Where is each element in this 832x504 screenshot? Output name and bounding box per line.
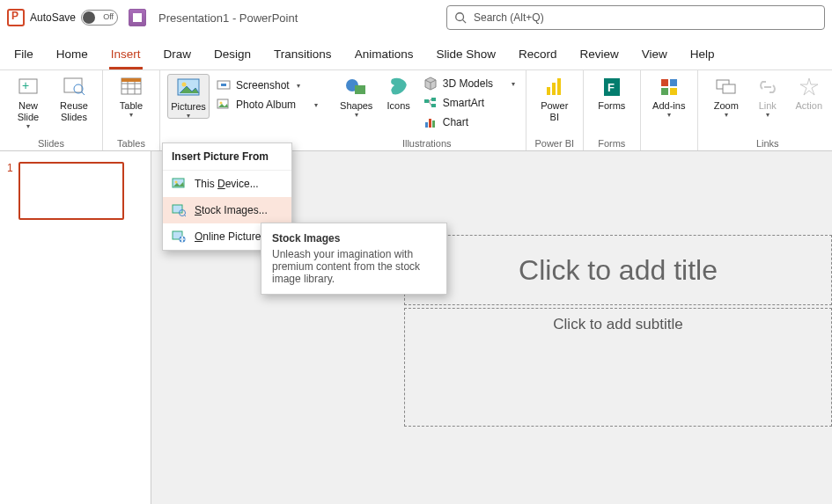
ribbon: + New Slide ▾ Reuse Slides Slides Table …	[0, 70, 832, 151]
search-placeholder: Search (Alt+Q)	[474, 11, 544, 24]
3d-models-button[interactable]: 3D Models ▾	[420, 74, 519, 93]
tab-design[interactable]: Design	[212, 40, 253, 69]
cube-icon	[423, 77, 438, 91]
tab-insert[interactable]: Insert	[109, 40, 143, 69]
svg-line-26	[429, 99, 431, 101]
ribbon-group-tables: Table ▾ Tables	[103, 70, 160, 150]
stock-images-icon	[172, 203, 186, 217]
tooltip-body: Unleash your imagination with premium co…	[272, 248, 436, 285]
ribbon-group-slides: + New Slide ▾ Reuse Slides Slides	[0, 70, 103, 150]
chart-icon	[423, 115, 438, 129]
title-placeholder[interactable]: Click to add title	[404, 235, 832, 305]
shapes-button[interactable]: Shapes▾	[335, 74, 378, 117]
svg-rect-33	[557, 78, 561, 95]
svg-rect-28	[425, 122, 428, 128]
search-input[interactable]: Search (Alt+Q)	[446, 5, 825, 30]
svg-rect-20	[355, 85, 365, 94]
svg-line-1	[463, 20, 467, 24]
svg-rect-32	[552, 83, 556, 95]
svg-marker-42	[800, 78, 818, 95]
menu-tabs: File Home Insert Draw Design Transitions…	[0, 35, 832, 70]
svg-rect-39	[670, 88, 677, 95]
autosave-label: AutoSave	[30, 11, 76, 24]
group-label-forms: Forms	[591, 136, 633, 149]
main-area: 1 Click to add title Click to add subtit…	[0, 151, 832, 504]
svg-point-0	[456, 13, 464, 21]
photo-album-icon	[217, 98, 231, 112]
tab-record[interactable]: Record	[517, 40, 559, 69]
slide-number: 1	[7, 162, 13, 220]
svg-line-27	[429, 101, 431, 106]
tab-draw[interactable]: Draw	[162, 40, 194, 69]
tab-review[interactable]: Review	[578, 40, 621, 69]
group-label-illustrations: Illustrations	[335, 136, 519, 149]
powerpoint-app-icon	[7, 9, 25, 26]
ribbon-group-images: Pictures ▾ Screenshot▾ Photo Album ▾	[160, 70, 328, 150]
tab-file[interactable]: File	[12, 40, 35, 69]
search-icon	[454, 11, 467, 24]
svg-rect-30	[432, 121, 435, 128]
autosave-toggle[interactable]: Off	[81, 10, 118, 26]
svg-line-6	[81, 91, 85, 95]
chart-button[interactable]: Chart	[420, 113, 519, 132]
ribbon-group-powerbi: Power BI Power BI	[526, 70, 584, 150]
ribbon-group-forms: F Forms Forms	[584, 70, 641, 150]
forms-button[interactable]: F Forms	[591, 74, 633, 112]
subtitle-placeholder[interactable]: Click to add subtitle	[404, 308, 832, 427]
ribbon-group-links: Zoom▾ Link▾ Action Links	[698, 70, 832, 150]
svg-point-14	[182, 83, 187, 87]
action-button: Action	[788, 74, 830, 112]
icons-button[interactable]: Icons	[381, 74, 416, 112]
svg-rect-38	[661, 88, 668, 95]
ribbon-group-illustrations: Shapes▾ Icons 3D Models ▾ SmartArt Chart	[328, 70, 526, 150]
svg-rect-23	[424, 99, 429, 103]
svg-rect-31	[547, 87, 550, 95]
tab-help[interactable]: Help	[688, 40, 717, 69]
title-bar: AutoSave Off Presentation1 - PowerPoint …	[0, 0, 832, 35]
device-picture-icon	[172, 177, 186, 191]
slide-thumbnail-1[interactable]	[18, 162, 124, 220]
tab-transitions[interactable]: Transitions	[272, 40, 334, 69]
svg-rect-4	[64, 78, 82, 92]
power-bi-button[interactable]: Power BI	[534, 74, 576, 123]
save-icon[interactable]	[129, 9, 146, 26]
tab-home[interactable]: Home	[55, 40, 90, 69]
svg-text:F: F	[607, 81, 615, 94]
group-label-links: Links	[705, 136, 830, 149]
svg-rect-48	[173, 205, 182, 213]
link-button: Link▾	[751, 74, 784, 117]
svg-rect-37	[670, 79, 677, 86]
menu-item-stock-images[interactable]: Stock Images...	[163, 197, 291, 223]
svg-rect-25	[431, 104, 436, 107]
table-button[interactable]: Table ▾	[110, 74, 152, 117]
tooltip-title: Stock Images	[272, 232, 436, 245]
screenshot-button[interactable]: Screenshot▾	[213, 76, 321, 95]
screenshot-icon	[217, 78, 231, 92]
svg-rect-36	[661, 79, 668, 86]
smartart-button[interactable]: SmartArt	[420, 93, 519, 113]
zoom-button[interactable]: Zoom▾	[705, 74, 747, 117]
svg-rect-24	[431, 98, 436, 101]
add-ins-button[interactable]: Add-ins▾	[648, 74, 690, 117]
svg-line-50	[184, 215, 186, 216]
smartart-icon	[423, 96, 438, 110]
svg-rect-12	[121, 78, 141, 82]
new-slide-button[interactable]: + New Slide ▾	[7, 74, 49, 128]
pictures-button[interactable]: Pictures ▾	[167, 74, 210, 119]
photo-album-button[interactable]: Photo Album ▾	[213, 95, 321, 114]
online-pictures-icon	[172, 230, 186, 244]
slide-thumbnail-pane[interactable]: 1	[0, 151, 151, 504]
autosave-state: Off	[103, 12, 114, 21]
reuse-slides-button[interactable]: Reuse Slides	[53, 74, 95, 123]
dropdown-header: Insert Picture From	[163, 143, 291, 171]
svg-rect-41	[723, 84, 735, 93]
tab-view[interactable]: View	[640, 40, 669, 69]
menu-item-this-device[interactable]: This Device...	[163, 171, 291, 197]
group-label-tables: Tables	[110, 136, 152, 149]
group-label-powerbi: Power BI	[534, 136, 576, 149]
tab-slide-show[interactable]: Slide Show	[434, 40, 497, 69]
tab-animations[interactable]: Animations	[353, 40, 416, 69]
svg-rect-29	[429, 119, 431, 128]
group-label-slides: Slides	[7, 136, 95, 149]
tooltip-stock-images: Stock Images Unleash your imagination wi…	[261, 223, 447, 295]
